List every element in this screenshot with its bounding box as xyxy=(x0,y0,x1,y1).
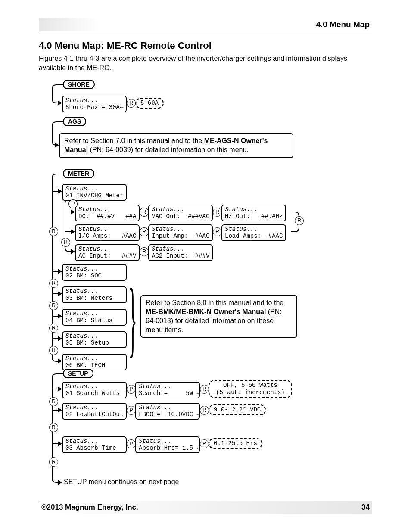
header-bar: 4.0 Menu Map xyxy=(39,18,372,31)
arrow-icon xyxy=(58,100,62,106)
setup-02b-display: Status... LBCO = 10.0VDC ← xyxy=(135,403,200,420)
setup-02-display: Status... 02 LowBattCutOut xyxy=(62,403,127,420)
setup-03b-display: Status... Absorb Hrs= 1.5 ← xyxy=(135,436,200,453)
ags-note: Refer to Section 7.0 in this manual and … xyxy=(59,133,293,158)
setup-03-display: Status... 03 Absorb Time xyxy=(62,436,127,453)
arrow-icon xyxy=(71,229,75,234)
setup-02-range: 9.0-12.2* VDC xyxy=(209,404,266,415)
meter-dc-display: Status... DC: ##.#V ##A xyxy=(75,205,140,221)
arrow-icon xyxy=(58,189,62,194)
setup-continue-text: SETUP menu continues on next page xyxy=(64,478,179,486)
setup-01-display: Status... 01 Search Watts xyxy=(62,382,127,398)
setup-03-range: 0.1-25.5 Hrs xyxy=(209,438,262,449)
bm-note: Refer to Section 8.0 in this manual and … xyxy=(140,295,297,338)
arrow-icon xyxy=(58,386,62,392)
arrow-icon xyxy=(58,314,62,319)
meter-acinput-display: Status... AC Input: ###V xyxy=(75,244,140,261)
arrow-icon xyxy=(58,291,62,296)
meter-ac2input-display: Status... AC2 Input: ###V xyxy=(148,244,213,261)
arrow-icon xyxy=(58,336,62,341)
arrow-icon xyxy=(55,143,59,148)
footer-bar: ©2013 Magnum Energy, Inc. 34 xyxy=(39,501,372,514)
meter-button: METER xyxy=(63,169,94,178)
meter-loadamps-display: Status... Load Amps: #AAC xyxy=(221,224,286,241)
setup-button: SETUP xyxy=(63,369,93,378)
meter-01-display: Status... 01 INV/CHG Meter xyxy=(62,184,127,201)
footer-copyright: ©2013 Magnum Energy, Inc. xyxy=(41,503,138,512)
ags-button: AGS xyxy=(63,117,86,126)
shore-range: 5-60A xyxy=(135,98,164,109)
meter-hzout-display: Status... Hz Out: ##.#Hz xyxy=(221,205,286,221)
page-title: 4.0 Menu Map: ME-RC Remote Control xyxy=(39,40,372,51)
intro-text: Figures 4-1 thru 4-3 are a complete over… xyxy=(39,54,372,72)
meter-06-display: Status... 06 BM: TECH xyxy=(62,354,127,370)
arrow-icon xyxy=(58,358,62,364)
meter-02-display: Status... 02 BM: SOC xyxy=(62,264,127,281)
arrow-icon xyxy=(58,441,62,446)
page-number: 34 xyxy=(361,503,370,512)
setup-01-range: OFF, 5-50 Watts(5 watt increments) xyxy=(209,380,292,398)
meter-vacout-display: Status... VAC Out: ###VAC xyxy=(148,205,213,221)
arrow-icon xyxy=(58,269,62,274)
meter-04-display: Status... 04 BM: Status xyxy=(62,309,127,326)
arrow-icon xyxy=(71,249,75,254)
shore-button: SHORE xyxy=(63,80,95,89)
meter-inputamp-display: Status... Input Amp: #AAC xyxy=(148,224,213,241)
menu-map-diagram: SHORE Status... Shore Max = 30A← R 5-60A… xyxy=(37,78,371,483)
arrow-icon xyxy=(71,209,75,215)
meter-05-display: Status... 05 BM: Setup xyxy=(62,331,127,348)
setup-01b-display: Status... Search = 5W ← xyxy=(135,382,200,398)
meter-icamps-display: Status... I/C Amps: #AAC xyxy=(75,224,140,241)
meter-03-display: Status... 03 BM: Meters xyxy=(62,286,127,303)
arrow-icon xyxy=(58,408,62,413)
shore-display: Status... Shore Max = 30A← xyxy=(62,96,127,112)
arrow-icon xyxy=(58,480,62,485)
section-label: 4.0 Menu Map xyxy=(316,20,370,29)
